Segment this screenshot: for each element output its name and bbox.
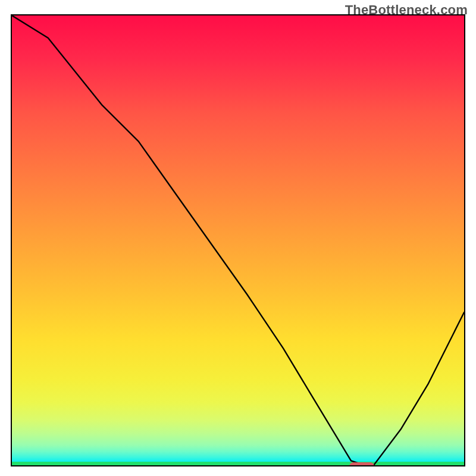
chart-area — [11, 14, 465, 466]
bottleneck-curve — [12, 15, 464, 465]
optimal-marker — [349, 462, 374, 466]
